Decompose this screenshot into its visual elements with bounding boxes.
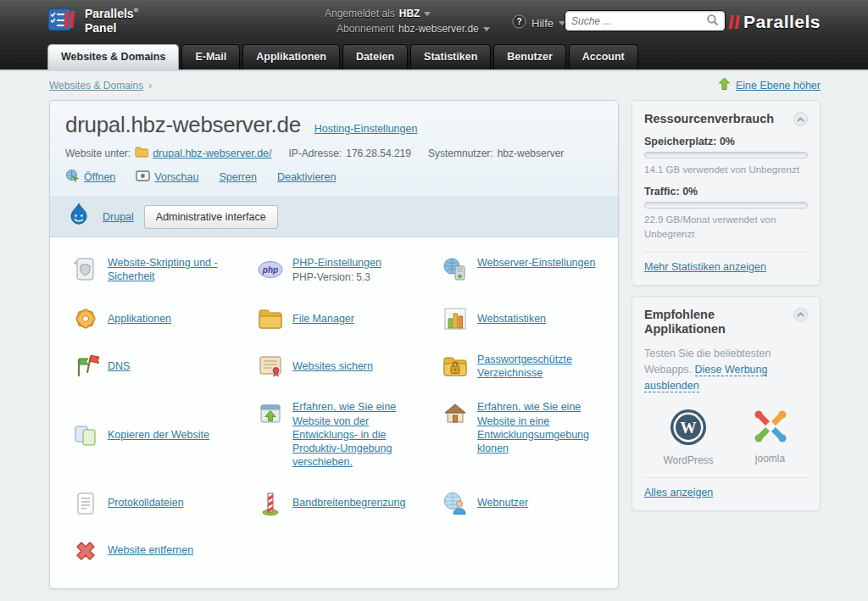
- session-info: Angemeldet als HBZ Abonnement hbz-webser…: [325, 8, 490, 35]
- show-all-apps-link[interactable]: Alles anzeigen: [644, 487, 713, 498]
- tool-link[interactable]: Protokolldateien: [108, 497, 184, 509]
- administrative-interface-button[interactable]: Administrative interface: [144, 205, 278, 229]
- red-cross-icon[interactable]: [72, 537, 99, 565]
- tool-link[interactable]: Kopieren der Website: [108, 429, 209, 441]
- certificate-icon[interactable]: [257, 353, 284, 380]
- page-title: drupal.hbz-webserver.de: [65, 112, 301, 138]
- tab-files[interactable]: Dateien: [342, 44, 408, 70]
- app-label: joomla: [755, 453, 785, 465]
- disk-usage-bar: [644, 152, 808, 159]
- tool-link[interactable]: Website entfernen: [108, 544, 193, 556]
- collapse-button[interactable]: [793, 112, 808, 126]
- ip-label: IP-Adresse:: [289, 147, 342, 159]
- flags-icon[interactable]: [72, 353, 99, 380]
- app-joomla[interactable]: joomla: [752, 408, 789, 466]
- preview-action[interactable]: Vorschau: [136, 170, 198, 185]
- globe-user-icon[interactable]: [442, 490, 469, 517]
- preview-monitor-icon: [136, 170, 150, 185]
- subscription-value: hbz-webserver.de: [398, 23, 479, 35]
- chevron-down-icon: [483, 27, 490, 31]
- tool-link[interactable]: Passwortgeschützte Verzeichnisse: [477, 353, 572, 379]
- installed-app-strip: Drupal Administrative interface: [50, 197, 618, 237]
- chevron-up-icon: [797, 312, 804, 317]
- tool-web-users: Webnutzer: [442, 490, 611, 517]
- folder-lock-icon[interactable]: [442, 353, 469, 380]
- search-icon[interactable]: [706, 14, 719, 29]
- svg-text:?: ?: [516, 17, 521, 26]
- tool-clone-to-dev: Erfahren, wie Sie eine Website in eine E…: [442, 400, 611, 469]
- tab-applications[interactable]: Applikationen: [242, 44, 340, 70]
- tool-link[interactable]: Webstatistiken: [477, 313, 546, 325]
- document-icon[interactable]: [72, 490, 99, 517]
- parallels-panel-logo: Parallels® Panel: [47, 6, 139, 36]
- search-box[interactable]: [565, 10, 726, 31]
- system-user-value: hbz-webserver: [498, 147, 565, 159]
- php-version: PHP-Version: 5.3: [292, 271, 381, 285]
- open-site-link[interactable]: Öffnen: [84, 171, 115, 183]
- main-nav-tabs: Websites & Domains E-Mail Applikationen …: [47, 44, 638, 70]
- suspend-link[interactable]: Sperren: [219, 171, 256, 183]
- up-one-level[interactable]: Eine Ebene höher: [718, 77, 821, 93]
- tool-link[interactable]: PHP-Einstellungen: [292, 257, 381, 269]
- domain-header: drupal.hbz-webserver.de Hosting-Einstell…: [50, 101, 618, 197]
- logged-in-menu[interactable]: Angemeldet als HBZ: [325, 8, 490, 19]
- preview-link[interactable]: Vorschau: [154, 171, 198, 183]
- open-site-action[interactable]: Öffnen: [65, 169, 115, 186]
- divider: [644, 477, 808, 478]
- scroll-shield-icon[interactable]: [72, 256, 99, 283]
- striped-pole-icon[interactable]: [257, 490, 284, 517]
- tool-link[interactable]: Webserver-Einstellungen: [477, 257, 595, 269]
- tool-link[interactable]: Erfahren, wie Sie eine Website in eine E…: [477, 401, 589, 454]
- bar-chart-icon[interactable]: [442, 305, 469, 332]
- drupal-icon[interactable]: [65, 202, 92, 231]
- tools-grid: Website-Skripting und -Sicherheit php PH…: [50, 237, 618, 588]
- panel-title: Ressourcenverbrauch: [644, 112, 771, 126]
- tab-statistics[interactable]: Statistiken: [410, 44, 491, 70]
- tool-link[interactable]: DNS: [108, 360, 130, 372]
- house-icon[interactable]: [442, 400, 469, 427]
- tool-link[interactable]: Bandbreitenbegrenzung: [292, 497, 405, 509]
- deactivate-link[interactable]: Deaktivieren: [277, 171, 336, 183]
- tool-move-to-production: Erfahren, wie Sie eine Website von der E…: [257, 400, 442, 469]
- tab-websites-domains[interactable]: Websites & Domains: [47, 44, 179, 70]
- disk-percent: 0%: [720, 136, 735, 147]
- tool-link[interactable]: Erfahren, wie Sie eine Website von der E…: [292, 401, 396, 468]
- help-menu[interactable]: ? Hilfe: [512, 14, 565, 31]
- breadcrumb: Websites & Domains ›: [49, 80, 152, 92]
- tool-backup: Websites sichern: [257, 353, 442, 381]
- traffic-usage-caption: 22.9 GB/Monat verwendet von Unbegrenzt: [644, 213, 808, 240]
- collapse-button[interactable]: [793, 308, 808, 322]
- tool-link[interactable]: File Manager: [292, 313, 354, 325]
- tool-protected-directories: Passwortgeschützte Verzeichnisse: [442, 353, 611, 381]
- tool-link[interactable]: Applikationen: [108, 313, 171, 325]
- tab-users[interactable]: Benutzer: [493, 44, 565, 70]
- app-wordpress[interactable]: W WordPress: [663, 408, 713, 466]
- svg-text:W: W: [681, 418, 697, 436]
- subscription-menu[interactable]: Abonnement hbz-webserver.de: [337, 23, 490, 35]
- tool-link[interactable]: Websites sichern: [292, 360, 373, 372]
- tool-link[interactable]: Website-Skripting und -Sicherheit: [108, 257, 218, 282]
- more-statistics-link[interactable]: Mehr Statistiken anzeigen: [644, 261, 766, 273]
- chevron-down-icon: [424, 12, 431, 16]
- up-one-level-link[interactable]: Eine Ebene höher: [736, 80, 821, 92]
- gear-icon[interactable]: [72, 305, 99, 332]
- disk-usage-label: Speicherplatz: 0%: [644, 136, 808, 147]
- folder-icon[interactable]: [257, 305, 284, 332]
- globe-server-icon[interactable]: [442, 256, 469, 283]
- search-input[interactable]: [571, 15, 706, 27]
- window-upload-icon[interactable]: [257, 400, 284, 427]
- recommended-apps-panel: Empfohlene Applikationen Testen Sie die …: [632, 296, 821, 511]
- tool-link[interactable]: Webnutzer: [477, 497, 528, 509]
- traffic-usage-label: Traffic: 0%: [644, 186, 808, 198]
- tab-account[interactable]: Account: [569, 44, 638, 70]
- drupal-app-link[interactable]: Drupal: [103, 211, 134, 223]
- php-icon[interactable]: php: [257, 256, 284, 283]
- copy-pages-icon[interactable]: [72, 421, 99, 448]
- folder-icon: [135, 146, 148, 160]
- tool-log-files: Protokolldateien: [72, 490, 257, 517]
- hosting-settings-link[interactable]: Hosting-Einstellungen: [314, 123, 418, 135]
- logo-text: Parallels® Panel: [85, 7, 139, 34]
- tab-email[interactable]: E-Mail: [181, 44, 240, 70]
- document-root-link[interactable]: drupal.hbz-webserver.de/: [153, 147, 271, 159]
- breadcrumb-websites-domains[interactable]: Websites & Domains: [49, 80, 143, 92]
